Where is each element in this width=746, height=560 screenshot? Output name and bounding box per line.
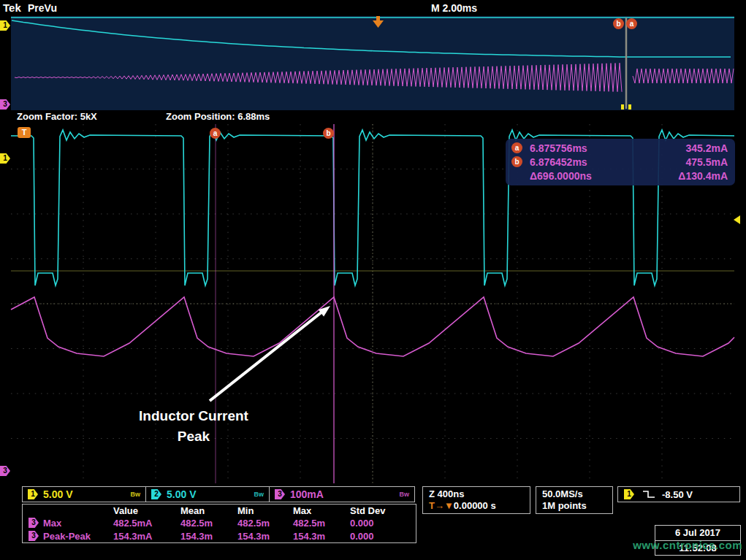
meas1-mean: 482.5m bbox=[176, 518, 233, 529]
trigger-t-icon: T bbox=[429, 500, 435, 511]
cursor-readout-panel: a 6.875756ms 345.2mA b 6.876452ms 475.5m… bbox=[506, 139, 735, 185]
trigger-source-badge: 1 bbox=[624, 489, 634, 499]
timebase-readout[interactable]: M 2.00ms bbox=[431, 2, 477, 14]
meas1-std: 0.000 bbox=[346, 518, 414, 529]
cursor-b-row: b 6.876452ms 475.5mA bbox=[511, 155, 728, 169]
ch1-scale: 5.00 V bbox=[43, 488, 72, 500]
ch3-bandwidth-icon: Bw bbox=[392, 491, 410, 498]
zoom-position-label: Zoom Position: 6.88ms bbox=[166, 111, 270, 122]
overview-cursor-b-badge[interactable]: b bbox=[613, 18, 624, 29]
annotation-line1: Inductor Current bbox=[110, 406, 278, 426]
trigger-position-badge[interactable]: T bbox=[18, 127, 31, 138]
record-length: 1M points bbox=[542, 500, 606, 512]
meas1-value: 482.5mA bbox=[109, 518, 176, 529]
ch3-scale-readout[interactable]: 3 100mA Bw bbox=[269, 486, 415, 502]
cursor-b-time: 6.876452ms bbox=[530, 156, 625, 168]
trigger-level: -8.50 V bbox=[662, 489, 693, 500]
ch2-bandwidth-icon: Bw bbox=[247, 491, 264, 498]
overview-cursor-a-badge[interactable]: a bbox=[626, 18, 637, 29]
cursor-b-value: 475.5mA bbox=[685, 156, 728, 168]
meas1-min: 482.5m bbox=[233, 518, 289, 529]
zoom-scale-box[interactable]: Z 400ns T→▼0.00000 s bbox=[422, 486, 530, 514]
ch1-scale-readout[interactable]: 1 5.00 V Bw bbox=[22, 486, 146, 502]
col-min: Min bbox=[233, 505, 289, 516]
meas2-max: 154.3m bbox=[289, 531, 346, 542]
col-stddev: Std Dev bbox=[346, 505, 414, 516]
cursor-delta-value: Δ130.4mA bbox=[678, 170, 728, 182]
cursor-a-value: 345.2mA bbox=[685, 142, 728, 154]
acquisition-box[interactable]: 50.0MS/s 1M points bbox=[536, 486, 613, 514]
meas2-min: 154.3m bbox=[233, 531, 289, 542]
watermark-text: www.cntronics.com bbox=[604, 539, 742, 551]
measurement-row-peakpeak: 3 Peak-Peak 154.3mA 154.3m 154.3m 154.3m… bbox=[23, 529, 416, 542]
meas1-max: 482.5m bbox=[289, 518, 346, 529]
cursor-delta-time: Δ696.0000ns bbox=[530, 170, 625, 182]
col-mean: Mean bbox=[176, 505, 233, 516]
annotation-line2: Peak bbox=[110, 426, 278, 447]
col-value: Value bbox=[109, 505, 176, 516]
meas1-name: Max bbox=[43, 518, 61, 529]
cursor-b-icon: b bbox=[511, 156, 522, 167]
cursor-delta-row: Δ696.0000ns Δ130.4mA bbox=[511, 169, 728, 183]
top-bar: Tek PreVu M 2.00ms bbox=[0, 0, 746, 15]
acquisition-status: PreVu bbox=[28, 2, 57, 14]
measurement-header-row: Value Mean Min Max Std Dev bbox=[23, 505, 416, 516]
meas2-channel-badge: 3 bbox=[28, 531, 39, 541]
meas2-mean: 154.3m bbox=[176, 531, 233, 542]
trigger-readout-box[interactable]: 1 -8.50 V bbox=[617, 486, 740, 502]
cursor-a-row: a 6.875756ms 345.2mA bbox=[511, 141, 728, 155]
cursor-a-icon: a bbox=[511, 142, 522, 153]
ch2-scale-readout[interactable]: 2 5.00 V Bw bbox=[145, 486, 270, 502]
meas2-name: Peak-Peak bbox=[43, 531, 91, 542]
trigger-position: 0.00000 s bbox=[454, 500, 496, 511]
ch2-badge: 2 bbox=[151, 489, 161, 499]
falling-edge-icon bbox=[642, 489, 656, 499]
zoom-scale: 400ns bbox=[438, 488, 465, 499]
date-readout: 6 Jul 2017 bbox=[655, 526, 740, 540]
zoom-icon: Z bbox=[429, 488, 435, 499]
ch2-scale: 5.00 V bbox=[167, 488, 196, 500]
measurement-row-max: 3 Max 482.5mA 482.5m 482.5m 482.5m 0.000 bbox=[23, 516, 416, 529]
trigger-arrow-icon: →▼ bbox=[435, 500, 454, 511]
col-max: Max bbox=[289, 505, 346, 516]
cursor-b-badge[interactable]: b bbox=[323, 128, 334, 139]
cursor-a-time: 6.875756ms bbox=[530, 142, 625, 154]
cursor-a-badge[interactable]: a bbox=[210, 128, 221, 139]
ch1-bandwidth-icon: Bw bbox=[123, 491, 141, 498]
tek-logo: Tek bbox=[3, 1, 21, 14]
ch1-badge: 1 bbox=[28, 489, 38, 499]
meas2-std: 0.000 bbox=[346, 531, 414, 542]
zoom-factor-label: Zoom Factor: 5kX bbox=[17, 111, 97, 122]
channel-scale-strip: 1 5.00 V Bw 2 5.00 V Bw 3 100mA Bw bbox=[22, 486, 414, 502]
sample-rate: 50.0MS/s bbox=[542, 488, 606, 500]
zoom-info-bar: Zoom Factor: 5kX Zoom Position: 6.88ms bbox=[11, 110, 734, 123]
ch3-badge: 3 bbox=[275, 489, 285, 499]
ch3-scale: 100mA bbox=[290, 488, 324, 500]
meas2-value: 154.3mA bbox=[109, 531, 176, 542]
measurement-table: Value Mean Min Max Std Dev 3 Max 482.5mA… bbox=[22, 504, 416, 543]
scope-display-canvas bbox=[0, 0, 746, 560]
annotation-text: Inductor Current Peak bbox=[110, 406, 278, 447]
meas1-channel-badge: 3 bbox=[28, 518, 39, 528]
